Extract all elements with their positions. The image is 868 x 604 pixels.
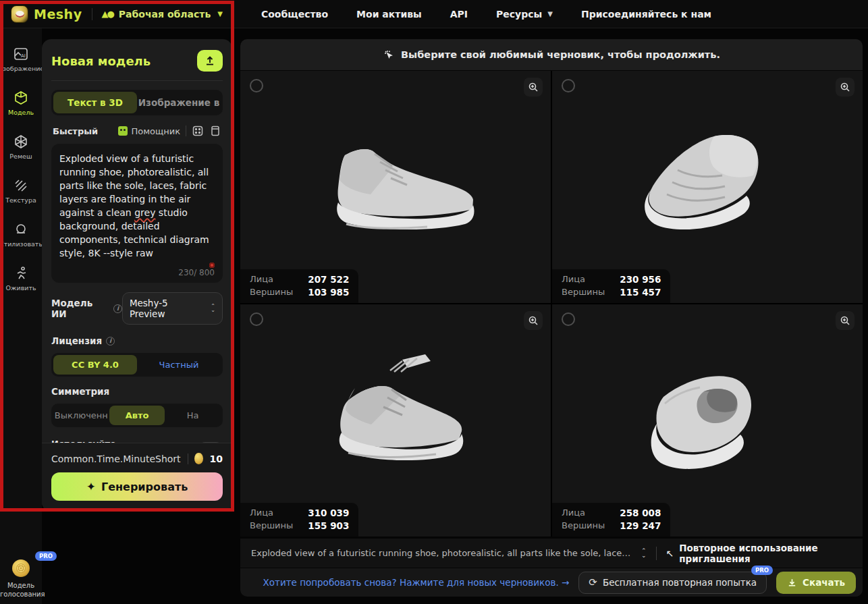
license-cc-by[interactable]: CC BY 4.0: [53, 355, 137, 375]
upload-icon: [205, 55, 215, 66]
sparkles-icon: ✦: [86, 480, 96, 493]
info-icon[interactable]: i: [106, 337, 115, 346]
prompt-bar-text: Exploded view of a futuristic running sh…: [251, 548, 632, 558]
draft-card-3[interactable]: Лица 310 039 Вершины 155 903: [240, 304, 551, 537]
assistant-button[interactable]: Помощник: [118, 126, 180, 136]
generate-button[interactable]: ✦ Генерировать: [51, 472, 223, 501]
vertices-value: 103 985: [308, 287, 349, 298]
draft-card-4[interactable]: Лица 258 008 Вершины 129 247: [552, 304, 863, 537]
fixed-seed-label: Используйте фиксированное начальное знач…: [51, 438, 180, 443]
cube-icon: [13, 90, 29, 106]
prompt-expand-chevrons[interactable]: ⌃⌄: [641, 549, 647, 558]
tab-image-to-3d[interactable]: Изображение в: [137, 92, 221, 113]
info-icon[interactable]: i: [113, 304, 122, 313]
draft-preview-render: [240, 304, 551, 537]
chevron-down-icon: ▼: [547, 10, 553, 18]
nav-my-assets[interactable]: Мои активы: [356, 9, 422, 20]
draft-preview-render: [552, 304, 863, 537]
rail-item-animate[interactable]: Оживить: [0, 265, 42, 292]
workspace-label: Рабочая область: [119, 9, 211, 20]
rail-item-texture[interactable]: Текстура: [0, 177, 42, 204]
symmetry-label: Симметрия: [51, 386, 109, 397]
ai-model-label: Модель ИИ i: [51, 298, 122, 319]
symmetry-off[interactable]: Выключенн: [53, 406, 109, 425]
select-chevrons-icon: ⌃⌄: [211, 304, 215, 312]
rail-item-model[interactable]: Модель: [0, 90, 42, 116]
divider: [186, 126, 186, 136]
vertices-label: Вершины: [562, 520, 605, 531]
faces-label: Лица: [562, 274, 605, 285]
pro-badge: PRO: [35, 551, 57, 561]
dice-icon: [192, 125, 204, 137]
random-prompt-button[interactable]: [192, 125, 204, 137]
download-icon: [787, 578, 797, 588]
top-nav: Meshy ▲● Рабочая область ▼ Сообщество Мо…: [0, 0, 868, 28]
panel-title: Новая модель: [51, 54, 151, 68]
char-counter: 230/ 800: [178, 268, 215, 277]
draft-grid: Лица 207 522 Вершины 103 985 Лиц: [240, 71, 863, 537]
pro-badge: PRO: [751, 566, 773, 575]
vertices-value: 129 247: [620, 520, 661, 531]
refresh-icon: ⟳: [589, 576, 597, 588]
texture-icon: [13, 177, 29, 194]
meshy-logo-icon: [11, 5, 28, 23]
upload-button[interactable]: [197, 50, 223, 72]
rail-label: Ремеш: [9, 153, 32, 160]
symmetry-segmented: Выключенн Авто На: [51, 404, 223, 427]
download-button[interactable]: Скачать: [776, 572, 856, 594]
symmetry-on[interactable]: На: [165, 406, 221, 425]
fixed-seed-toggle[interactable]: [198, 442, 223, 443]
nav-api[interactable]: API: [450, 9, 468, 20]
voting-model[interactable]: PRO Модель голосования: [0, 559, 42, 599]
quality-mode-label[interactable]: Быстрый: [53, 126, 113, 136]
rail-item-remesh[interactable]: Ремеш: [0, 134, 42, 160]
divider: [232, 8, 233, 20]
ai-model-select[interactable]: Meshy-5 Preview ⌃⌄: [122, 292, 223, 325]
divider: [51, 80, 223, 81]
nav-join-us[interactable]: Присоединяйтесь к нам: [581, 9, 711, 20]
tool-rail: AI Изображение Модель Ремеш Текстура Сти…: [0, 28, 42, 604]
notebook-icon: [209, 125, 221, 137]
mesh-stats: Лица 310 039 Вершины 155 903: [240, 503, 358, 537]
free-retry-label: Бесплатная повторная попытка: [603, 577, 757, 588]
license-segmented: CC BY 4.0 Частный: [51, 353, 223, 377]
mesh-stats: Лица 258 008 Вершины 129 247: [552, 503, 670, 537]
vertices-value: 115 457: [620, 287, 661, 298]
prompt-misspelled-word: grey: [134, 207, 155, 218]
divider: [656, 547, 657, 560]
draft-card-2[interactable]: Лица 230 956 Вершины 115 457: [552, 71, 863, 303]
draft-card-1[interactable]: Лица 207 522 Вершины 103 985: [240, 71, 551, 303]
symmetry-auto[interactable]: Авто: [109, 406, 165, 425]
vertices-label: Вершины: [250, 520, 293, 531]
rail-item-stylize[interactable]: Стилизовать: [0, 221, 42, 248]
rail-item-image[interactable]: AI Изображение: [0, 46, 42, 72]
license-private[interactable]: Частный: [137, 355, 221, 375]
draft-workspace: Выберите свой любимый черновик, чтобы пр…: [240, 39, 863, 596]
running-person-icon: [13, 265, 29, 281]
tab-text-to-3d[interactable]: Текст в 3D: [53, 92, 137, 113]
nav-resources[interactable]: Ресурсы ▼: [496, 9, 553, 20]
rail-label: Стилизовать: [0, 240, 43, 248]
assistant-icon: [118, 126, 128, 136]
faces-value: 230 956: [620, 274, 661, 285]
divider: [188, 454, 188, 464]
prompt-textarea[interactable]: Exploded view of a futuristic running sh…: [51, 144, 223, 283]
faces-value: 207 522: [308, 274, 349, 285]
click-select-icon: [383, 49, 395, 61]
free-retry-button[interactable]: ⟳ Бесплатная повторная попытка PRO: [578, 572, 767, 594]
reuse-prompt-button[interactable]: ↖ Повторное использование приглашения: [666, 543, 852, 564]
spellcheck-icon[interactable]: [209, 263, 215, 268]
license-label: Лицензия i: [51, 335, 115, 346]
workspace-switcher[interactable]: ▲● Рабочая область ▼: [102, 9, 223, 20]
panel-footer: Common.Time.MinuteShort 10 ✦ Генерироват…: [42, 443, 232, 512]
arrow-up-left-icon: ↖: [666, 548, 674, 559]
retry-link[interactable]: Хотите попробовать снова? Нажмите для но…: [263, 577, 570, 588]
svg-text:AI: AI: [21, 53, 26, 59]
prompt-text: Exploded view of a futuristic running sh…: [59, 152, 215, 260]
vertices-label: Вершины: [250, 287, 293, 298]
prompt-library-button[interactable]: [209, 125, 221, 137]
license-label-text: Лицензия: [51, 335, 102, 346]
brand-name: Meshy: [34, 7, 82, 22]
logo[interactable]: Meshy: [0, 5, 82, 23]
nav-community[interactable]: Сообщество: [261, 9, 328, 20]
